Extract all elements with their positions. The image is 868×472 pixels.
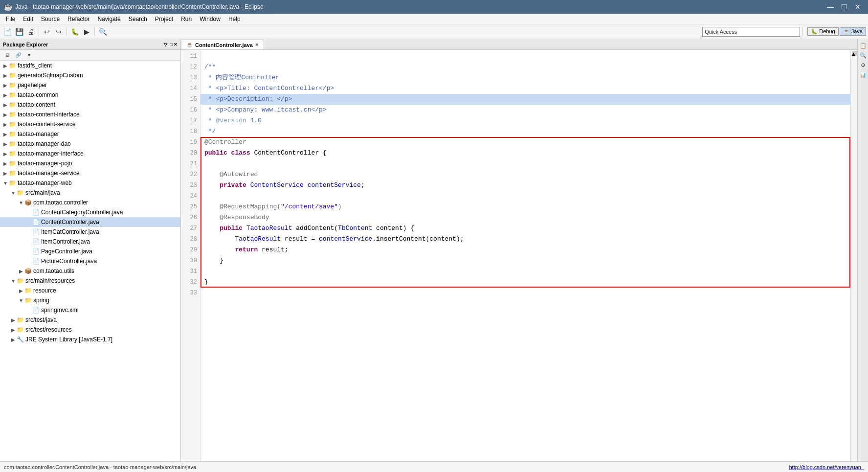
- pe-link-editor[interactable]: 🔗: [13, 50, 23, 61]
- tree-item[interactable]: ▶📁src/test/java: [0, 315, 180, 325]
- tree-label: com.taotao.utils: [33, 268, 74, 274]
- menu-run[interactable]: Run: [177, 15, 196, 23]
- tree-item[interactable]: 📄springmvc.xml: [0, 305, 180, 315]
- menu-edit[interactable]: Edit: [19, 15, 37, 23]
- tree-item[interactable]: ▶📁taotao-manager-service: [0, 168, 180, 178]
- toolbar-run[interactable]: ▶: [81, 26, 92, 37]
- maximize-button[interactable]: ☐: [838, 2, 850, 12]
- tree-label: taotao-manager-interface: [18, 150, 84, 157]
- tab-close-icon[interactable]: ✕: [255, 42, 259, 47]
- tree-icon: 📁: [24, 287, 32, 294]
- code-line: [200, 191, 850, 202]
- tree-label: src/test/resources: [25, 326, 72, 333]
- menu-navigate[interactable]: Navigate: [93, 15, 124, 23]
- pe-view-menu[interactable]: ▾: [23, 50, 34, 61]
- code-editor[interactable]: 1112131415161718192021222324252627282930…: [181, 50, 857, 461]
- tree-item[interactable]: ▶📁taotao-manager: [0, 129, 180, 139]
- tree-item[interactable]: ▶📁src/test/resources: [0, 325, 180, 335]
- tree-item[interactable]: ▶📁taotao-common: [0, 90, 180, 100]
- tree-item[interactable]: ▶📦com.taotao.utils: [0, 266, 180, 276]
- tree-item[interactable]: 📄ItemController.java: [0, 237, 180, 247]
- pe-maximize[interactable]: □: [170, 42, 173, 47]
- editor-tab-contentcontroller[interactable]: ☕ ContentController.java ✕: [181, 40, 264, 49]
- tree-item[interactable]: ▶📁pagehelper: [0, 80, 180, 90]
- pe-collapse-all[interactable]: ⊟: [2, 50, 13, 61]
- menu-refactor[interactable]: Refactor: [64, 15, 93, 23]
- tree-item[interactable]: ▼📁spring: [0, 295, 180, 305]
- close-button[interactable]: ✕: [851, 2, 864, 12]
- tree-item[interactable]: 📄ContentController.java: [0, 217, 180, 227]
- tree-label: springmvc.xml: [41, 307, 79, 314]
- line-number: 15: [181, 94, 197, 105]
- code-line: */: [200, 126, 850, 137]
- tree-label: fastdfs_client: [18, 62, 52, 69]
- code-line: return result;: [200, 245, 850, 255]
- line-numbers: 1112131415161718192021222324252627282930…: [181, 50, 200, 461]
- tree-arrow: ▶: [2, 161, 9, 166]
- tree-item[interactable]: ▼📁src/main/java: [0, 188, 180, 198]
- code-line: private ContentService contentService;: [200, 180, 850, 191]
- line-number: 33: [181, 288, 197, 298]
- tree-icon: 📦: [24, 268, 32, 274]
- tree-item[interactable]: ▼📁taotao-manager-web: [0, 178, 180, 188]
- tree-icon: 📁: [9, 170, 16, 177]
- tree-item[interactable]: 📄ItemCatController.java: [0, 227, 180, 237]
- line-number: 13: [181, 72, 197, 83]
- menu-file[interactable]: File: [2, 15, 19, 23]
- pe-toolbar: ⊟ 🔗 ▾: [0, 50, 180, 61]
- tree-label: taotao-content-service: [18, 121, 76, 128]
- tree-item[interactable]: 📄PageController.java: [0, 247, 180, 256]
- tab-label: ContentController.java: [195, 42, 253, 48]
- rs-btn-2[interactable]: 🔍: [859, 51, 868, 60]
- pe-close-icon[interactable]: ✕: [174, 42, 178, 47]
- code-content[interactable]: /** * 内容管理Controller * <p>Title: Content…: [200, 50, 850, 461]
- minimize-button[interactable]: —: [824, 2, 837, 12]
- scrollbar-up[interactable]: ▲: [852, 51, 857, 56]
- editor-scrollbar[interactable]: ▲: [850, 50, 857, 461]
- menu-source[interactable]: Source: [37, 15, 64, 23]
- tree-item[interactable]: ▶📁resource: [0, 286, 180, 295]
- code-line: * <p>Title: ContentController</p>: [200, 83, 850, 94]
- tree-item[interactable]: ▶📁taotao-manager-pojo: [0, 158, 180, 168]
- rs-btn-4[interactable]: 📊: [859, 70, 868, 79]
- tree-arrow: ▶: [2, 112, 9, 117]
- rs-btn-3[interactable]: ⚙: [859, 61, 868, 69]
- tree-item[interactable]: ▶🔧JRE System Library [JavaSE-1.7]: [0, 335, 180, 344]
- tree-label: taotao-content-interface: [18, 111, 80, 118]
- tree-icon: 📄: [32, 307, 40, 314]
- tree-icon: 📁: [9, 140, 16, 147]
- tree-item[interactable]: ▶📁generatorSqlmapCustom: [0, 70, 180, 80]
- menu-window[interactable]: Window: [196, 15, 224, 23]
- tree-arrow: ▶: [2, 122, 9, 127]
- tree-item[interactable]: ▼📁src/main/resources: [0, 276, 180, 286]
- tree-item[interactable]: 📄PictureController.java: [0, 256, 180, 266]
- tree-item[interactable]: 📄ContentCategoryController.java: [0, 207, 180, 217]
- tree-item[interactable]: ▼📦com.taotao.controller: [0, 198, 180, 207]
- tree-item[interactable]: ▶📁taotao-content-service: [0, 119, 180, 129]
- toolbar-redo[interactable]: ↪: [53, 26, 64, 37]
- tree-item[interactable]: ▶📁taotao-content: [0, 100, 180, 110]
- rs-btn-1[interactable]: 📋: [859, 41, 868, 50]
- menu-project[interactable]: Project: [151, 15, 177, 23]
- quick-access-input[interactable]: Quick Access: [702, 27, 800, 37]
- pe-minimize[interactable]: ▽: [164, 42, 167, 47]
- code-line: * 内容管理Controller: [200, 72, 850, 83]
- tree-item[interactable]: ▶📁taotao-content-interface: [0, 110, 180, 119]
- menu-search[interactable]: Search: [125, 15, 151, 23]
- menu-help[interactable]: Help: [224, 15, 245, 23]
- tree-item[interactable]: ▶📁taotao-manager-dao: [0, 139, 180, 149]
- perspective-java[interactable]: ☕ Java: [840, 27, 866, 36]
- toolbar-save[interactable]: 💾: [14, 26, 24, 37]
- toolbar-print[interactable]: 🖨: [25, 26, 36, 37]
- toolbar-search[interactable]: 🔍: [97, 26, 108, 37]
- package-explorer-tree[interactable]: ▶📁fastdfs_client▶📁generatorSqlmapCustom▶…: [0, 61, 180, 461]
- code-line: [200, 158, 850, 169]
- package-explorer-title: Package Explorer: [3, 42, 162, 47]
- toolbar-undo[interactable]: ↩: [42, 26, 52, 37]
- status-text: com.taotao.controller.ContentController.…: [4, 464, 196, 470]
- toolbar-new[interactable]: 📄: [2, 26, 13, 37]
- perspective-debug[interactable]: 🐛 Debug: [807, 27, 838, 36]
- tree-item[interactable]: ▶📁taotao-manager-interface: [0, 149, 180, 158]
- tree-item[interactable]: ▶📁fastdfs_client: [0, 61, 180, 70]
- toolbar-debug[interactable]: 🐛: [69, 26, 80, 37]
